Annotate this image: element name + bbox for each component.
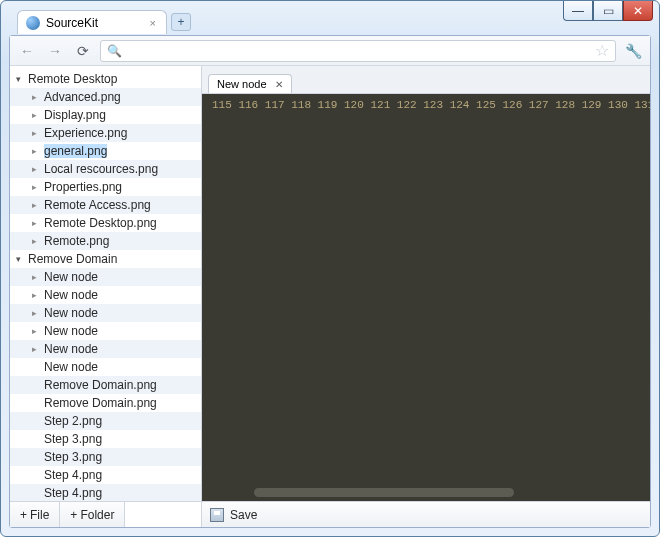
editor-statusbar: Save <box>202 501 650 527</box>
add-file-label: File <box>30 508 49 522</box>
back-button[interactable]: ← <box>16 40 38 62</box>
add-folder-button[interactable]: + Folder <box>60 502 125 527</box>
browser-toolbar: ← → ⟳ 🔍 ☆ 🔧 <box>10 36 650 66</box>
chevron-down-icon: ▾ <box>16 254 28 264</box>
tree-file[interactable]: Step 3.png <box>10 448 201 466</box>
tree-item-label: Step 4.png <box>44 468 102 482</box>
tree-file[interactable]: Remove Domain.png <box>10 394 201 412</box>
window-maximize-button[interactable]: ▭ <box>593 1 623 21</box>
tree-item-label: Step 2.png <box>44 414 102 428</box>
url-bar[interactable]: 🔍 ☆ <box>100 40 616 62</box>
save-icon <box>210 508 224 522</box>
editor-tab-close-icon[interactable]: ✕ <box>275 79 283 90</box>
leaf-icon: ▸ <box>32 344 42 354</box>
tree-item-label: Remove Domain <box>28 252 117 266</box>
tree-item-label: Step 4.png <box>44 486 102 500</box>
add-file-button[interactable]: + File <box>10 502 60 527</box>
tree-item-label: New node <box>44 288 98 302</box>
tree-file[interactable]: ▸general.png <box>10 142 201 160</box>
tree-file[interactable]: ▸Remote Desktop.png <box>10 214 201 232</box>
tree-item-label: New node <box>44 342 98 356</box>
leaf-icon: ▸ <box>32 164 42 174</box>
line-number-gutter: 115 116 117 118 119 120 121 122 123 124 … <box>202 94 650 501</box>
tree-file[interactable]: ▸New node <box>10 322 201 340</box>
leaf-icon: ▸ <box>32 218 42 228</box>
tree-item-label: Step 3.png <box>44 432 102 446</box>
tree-file[interactable]: Step 2.png <box>10 412 201 430</box>
chevron-down-icon: ▾ <box>16 74 28 84</box>
save-button[interactable]: Save <box>230 508 257 522</box>
leaf-icon: ▸ <box>32 272 42 282</box>
tree-file[interactable]: Step 3.png <box>10 430 201 448</box>
tree-item-label: Remove Domain.png <box>44 378 157 392</box>
browser-tab[interactable]: SourceKit × <box>17 10 167 34</box>
tree-item-label: New node <box>44 306 98 320</box>
tree-file[interactable]: ▸Properties.png <box>10 178 201 196</box>
tree-item-label: Step 3.png <box>44 450 102 464</box>
file-sidebar: ▾Remote Desktop▸Advanced.png▸Display.png… <box>10 66 202 527</box>
wrench-menu-button[interactable]: 🔧 <box>622 40 644 62</box>
horizontal-scrollbar[interactable] <box>254 488 514 497</box>
editor-pane: New node ✕ 115 116 117 118 119 120 121 1… <box>202 66 650 527</box>
window-close-button[interactable]: ✕ <box>623 1 653 21</box>
tree-file[interactable]: ▸Remote Access.png <box>10 196 201 214</box>
plus-icon: + <box>20 508 27 522</box>
tree-item-label: Remote Desktop <box>28 72 117 86</box>
tree-file[interactable]: Step 4.png <box>10 484 201 501</box>
tree-item-label: Advanced.png <box>44 90 121 104</box>
tree-file[interactable]: ▸Advanced.png <box>10 88 201 106</box>
editor-tab-label: New node <box>217 78 267 90</box>
code-editor[interactable]: 115 116 117 118 119 120 121 122 123 124 … <box>202 94 650 501</box>
editor-tabstrip: New node ✕ <box>202 66 650 94</box>
bookmark-star-icon[interactable]: ☆ <box>595 41 609 60</box>
editor-tab[interactable]: New node ✕ <box>208 74 292 93</box>
tree-item-label: Experience.png <box>44 126 127 140</box>
tab-close-icon[interactable]: × <box>150 17 156 29</box>
reload-button[interactable]: ⟳ <box>72 40 94 62</box>
tree-item-label: Local rescources.png <box>44 162 158 176</box>
tree-item-label: Properties.png <box>44 180 122 194</box>
tree-item-label: New node <box>44 324 98 338</box>
tree-file[interactable]: New node <box>10 358 201 376</box>
tree-item-label: New node <box>44 360 98 374</box>
leaf-icon: ▸ <box>32 182 42 192</box>
leaf-icon: ▸ <box>32 92 42 102</box>
forward-button[interactable]: → <box>44 40 66 62</box>
leaf-icon: ▸ <box>32 236 42 246</box>
new-tab-button[interactable]: + <box>171 13 191 31</box>
tree-file[interactable]: ▸New node <box>10 304 201 322</box>
leaf-icon: ▸ <box>32 290 42 300</box>
tree-file[interactable]: ▸New node <box>10 286 201 304</box>
add-folder-label: Folder <box>80 508 114 522</box>
leaf-icon: ▸ <box>32 200 42 210</box>
app-main: ▾Remote Desktop▸Advanced.png▸Display.png… <box>10 66 650 527</box>
tree-file[interactable]: Remove Domain.png <box>10 376 201 394</box>
leaf-icon: ▸ <box>32 110 42 120</box>
tree-item-label: Display.png <box>44 108 106 122</box>
tree-file[interactable]: ▸New node <box>10 268 201 286</box>
leaf-icon: ▸ <box>32 308 42 318</box>
tree-item-label: general.png <box>44 144 107 158</box>
tree-file[interactable]: ▸Display.png <box>10 106 201 124</box>
tree-file[interactable]: ▸Experience.png <box>10 124 201 142</box>
tree-folder[interactable]: ▾Remove Domain <box>10 250 201 268</box>
tree-file[interactable]: ▸Remote.png <box>10 232 201 250</box>
window-minimize-button[interactable]: — <box>563 1 593 21</box>
tree-file[interactable]: ▸Local rescources.png <box>10 160 201 178</box>
tree-file[interactable]: ▸New node <box>10 340 201 358</box>
leaf-icon: ▸ <box>32 146 42 156</box>
tree-folder[interactable]: ▾Remote Desktop <box>10 70 201 88</box>
file-tree[interactable]: ▾Remote Desktop▸Advanced.png▸Display.png… <box>10 66 201 501</box>
browser-window: — ▭ ✕ SourceKit × + ← → ⟳ 🔍 ☆ 🔧 ▾Remote … <box>0 0 660 537</box>
tree-item-label: Remote Access.png <box>44 198 151 212</box>
browser-content: ← → ⟳ 🔍 ☆ 🔧 ▾Remote Desktop▸Advanced.png… <box>9 35 651 528</box>
tree-item-label: Remote.png <box>44 234 109 248</box>
tab-title: SourceKit <box>46 16 98 30</box>
tree-item-label: Remote Desktop.png <box>44 216 157 230</box>
favicon-icon <box>26 16 40 30</box>
leaf-icon: ▸ <box>32 326 42 336</box>
tree-item-label: Remove Domain.png <box>44 396 157 410</box>
leaf-icon: ▸ <box>32 128 42 138</box>
browser-tabstrip: SourceKit × + <box>9 9 651 35</box>
tree-file[interactable]: Step 4.png <box>10 466 201 484</box>
